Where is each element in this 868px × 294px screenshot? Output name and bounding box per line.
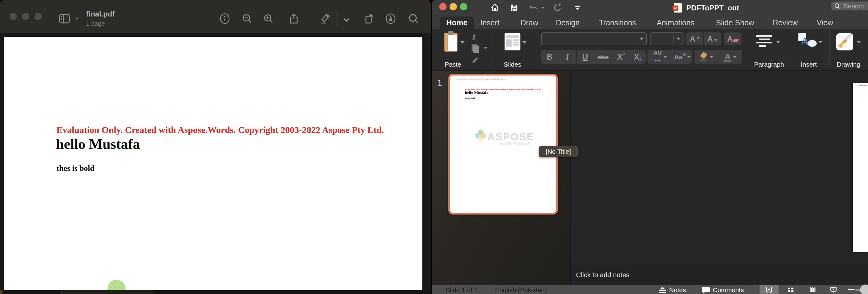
increase-font-button[interactable]: A — [686, 32, 704, 45]
search-icon[interactable] — [408, 13, 419, 25]
slide-thumbnail[interactable]: Evaluation Only. Created with Aspose.PDF… — [448, 74, 558, 214]
pdf-watermark-line: Evaluation Only. Created with Aspose.Wor… — [57, 125, 384, 135]
dropdown-icon — [733, 56, 737, 58]
sidebar-chevron-down-icon[interactable] — [74, 16, 80, 21]
sidebar-toggle-icon[interactable] — [58, 12, 71, 24]
group-divider — [495, 31, 495, 66]
zoom-window-button[interactable] — [34, 13, 42, 20]
info-icon[interactable] — [219, 13, 230, 25]
search-box[interactable]: Search — [831, 2, 868, 10]
paragraph-icon[interactable] — [756, 35, 775, 50]
normal-view-button[interactable] — [760, 285, 778, 294]
slide-content[interactable]: Evaluation Only. Created with Aspose.PDF… — [853, 83, 868, 252]
slides-label: Slides — [501, 61, 524, 68]
notes-toggle-label[interactable]: Notes — [669, 286, 686, 294]
tab-view[interactable]: View — [817, 18, 833, 27]
pdf-heading: hello Mustafa — [56, 136, 140, 152]
pdf-page[interactable]: Evaluation Only. Created with Aspose.Wor… — [4, 37, 423, 290]
zoom-window-button[interactable] — [460, 3, 467, 10]
zoom-slider-knob[interactable] — [860, 285, 868, 294]
group-divider — [533, 31, 533, 66]
tab-home[interactable]: Home — [440, 17, 474, 29]
language-indicator[interactable]: English (Pakistan) — [495, 286, 547, 294]
decrease-font-button[interactable]: A — [704, 32, 721, 45]
insert-dropdown-icon[interactable] — [818, 41, 822, 43]
slides-dropdown-icon[interactable] — [522, 41, 527, 44]
italic-button[interactable]: I — [558, 50, 577, 64]
minimize-button[interactable] — [22, 13, 29, 20]
tab-insert[interactable]: Insert — [480, 18, 500, 27]
markup-chevron-down-icon[interactable] — [342, 15, 351, 24]
copy-dropdown-icon[interactable] — [484, 47, 488, 49]
tab-slide-show[interactable]: Slide Show — [716, 18, 754, 27]
tab-transitions[interactable]: Transitions — [599, 18, 636, 27]
drawing-dropdown-icon[interactable] — [857, 41, 861, 43]
notes-placeholder: Click to add notes — [576, 271, 629, 279]
close-button[interactable] — [439, 3, 446, 10]
drawing-icon[interactable] — [836, 33, 853, 51]
font-name-combo[interactable] — [541, 32, 647, 45]
dropdown-icon — [663, 56, 667, 58]
slide-thumbnail-panel[interactable]: 1 Evaluation Only. Created with Aspose.P… — [432, 71, 570, 285]
paste-clipboard-icon[interactable] — [444, 33, 458, 52]
superscript-button[interactable]: X2 — [612, 50, 630, 64]
paragraph-dropdown-icon[interactable] — [776, 41, 780, 43]
character-spacing-button[interactable]: AV ⟷ — [648, 50, 673, 64]
share-icon[interactable] — [288, 13, 300, 25]
annotate-icon[interactable] — [385, 13, 397, 25]
undo-chevron-down-icon[interactable] — [541, 7, 545, 9]
preview-titlebar: final.pdf 1 page — [0, 0, 431, 33]
font-format-group: B I U abe X2 X2 — [541, 50, 646, 64]
dropdown-icon — [710, 56, 713, 58]
comments-label[interactable]: Comments — [713, 286, 744, 294]
underline-button[interactable]: U — [577, 50, 594, 64]
undo-icon[interactable] — [529, 3, 538, 12]
cut-icon[interactable]: ✂ — [469, 33, 479, 41]
slide-content[interactable]: Evaluation Only. Created with Aspose.PDF… — [452, 77, 554, 211]
notes-panel[interactable]: Click to add notes — [571, 265, 868, 285]
markup-pencil-icon[interactable] — [319, 13, 331, 25]
tab-animations[interactable]: Animations — [657, 18, 694, 27]
curved-arrow-icon: ↻ — [683, 52, 686, 57]
slide-canvas[interactable]: Evaluation Only. Created with Aspose.PDF… — [853, 83, 868, 252]
minimize-button[interactable] — [450, 3, 457, 10]
insert-icon[interactable]: A — [798, 33, 817, 51]
reading-view-button[interactable] — [803, 285, 822, 294]
new-slide-icon[interactable] — [504, 33, 521, 51]
slide-show-button[interactable] — [824, 285, 843, 294]
rotate-icon[interactable] — [364, 13, 375, 25]
home-icon[interactable] — [490, 3, 499, 12]
notes-toggle-icon[interactable] — [658, 286, 666, 294]
save-icon[interactable] — [510, 3, 519, 12]
format-painter-icon[interactable] — [471, 57, 479, 64]
zoom-out-button[interactable] — [848, 289, 855, 290]
document-title-block: final.pdf 1 page — [86, 10, 115, 27]
tab-design[interactable]: Design — [556, 18, 580, 27]
font-size-combo[interactable] — [650, 32, 684, 45]
strikethrough-button[interactable]: abe — [594, 50, 612, 64]
comments-icon[interactable] — [702, 286, 710, 294]
highlight-button[interactable] — [694, 50, 719, 64]
redo-icon[interactable] — [553, 3, 562, 12]
dock-segment — [0, 290, 2, 294]
page-count: 1 page — [86, 20, 115, 27]
aspose-tagline-watermark: Your File Format APIs — [499, 142, 533, 146]
tab-review[interactable]: Review — [773, 18, 798, 27]
dock-strip — [0, 290, 431, 294]
bold-button[interactable]: B — [541, 50, 558, 64]
zoom-in-icon[interactable] — [263, 13, 274, 25]
tab-draw[interactable]: Draw — [521, 18, 538, 27]
close-button[interactable] — [9, 13, 17, 20]
zoom-out-icon[interactable] — [241, 13, 253, 25]
customize-toolbar-icon[interactable] — [573, 3, 582, 12]
drawing-label: Drawing — [836, 61, 861, 68]
slide-sorter-view-button[interactable] — [781, 285, 800, 294]
font-color-button[interactable]: A — [719, 50, 742, 64]
slide-title-tooltip: [No Title] — [539, 146, 578, 157]
change-case-button[interactable]: Aa ↻ — [673, 50, 692, 64]
clear-formatting-button[interactable]: A — [724, 32, 742, 45]
subscript-button[interactable]: X2 — [630, 50, 646, 64]
dock-segment — [61, 290, 153, 294]
slide-body-text: thes is bold — [465, 96, 475, 99]
paste-dropdown-icon[interactable] — [460, 41, 465, 44]
